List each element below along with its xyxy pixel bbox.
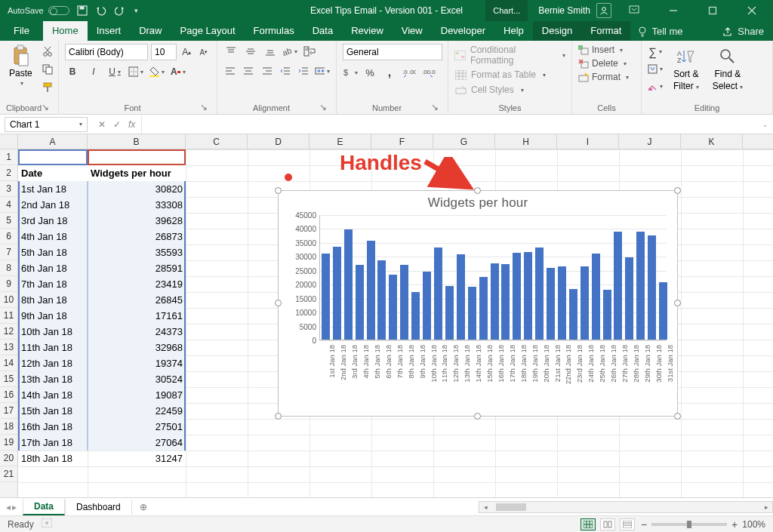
autosum-icon[interactable]: ∑▾ [648,44,663,59]
zoom-in-icon[interactable]: + [731,518,738,530]
select-all-cell[interactable] [0,134,18,149]
merge-center-icon[interactable]: ▾ [315,63,330,78]
chart-bar[interactable] [411,292,420,340]
chart-bar[interactable] [367,241,375,340]
increase-indent-icon[interactable] [297,63,310,78]
worksheet-grid[interactable]: ABCDEFGHIJK 1234567891011121314151617181… [0,134,773,497]
chart-bar[interactable] [524,252,532,340]
tab-help[interactable]: Help [494,21,533,41]
cell[interactable]: 26845 [88,292,186,308]
cell[interactable]: 19374 [88,355,186,371]
cell[interactable]: 17161 [88,308,186,324]
font-name-select[interactable] [65,44,148,60]
chart-bar[interactable] [400,265,408,340]
cell[interactable]: 27064 [88,435,186,451]
cell[interactable]: 1st Jan 18 [18,181,88,197]
minimize-icon[interactable] [657,0,690,21]
row-header[interactable]: 10 [0,292,17,308]
row-header[interactable]: 9 [0,276,17,292]
column-header[interactable]: J [619,134,681,149]
cell[interactable]: 35593 [88,244,186,260]
autosave-toggle[interactable]: AutoSave [8,6,69,15]
cell[interactable]: 27501 [88,419,186,435]
wrap-text-icon[interactable]: ab [302,44,317,59]
align-center-icon[interactable] [242,63,255,78]
tab-file[interactable]: File [0,21,43,41]
underline-icon[interactable]: U▾ [107,64,122,79]
cell[interactable]: 15th Jan 18 [18,403,88,419]
sort-filter-button[interactable]: AZ Sort &Filter▾ [670,45,702,93]
cell[interactable]: 39628 [88,213,186,229]
tab-home[interactable]: Home [43,21,88,41]
expand-formula-bar-icon[interactable]: ⌄ [758,121,773,128]
row-header[interactable]: 6 [0,229,17,244]
tab-view[interactable]: View [393,21,432,41]
column-header[interactable]: K [681,134,743,149]
conditional-formatting-button[interactable]: Conditional Formatting▾ [454,44,565,66]
align-right-icon[interactable] [260,63,273,78]
find-select-button[interactable]: Find &Select▾ [710,45,746,93]
cell[interactable]: 31247 [88,451,186,466]
delete-cells-button[interactable]: Delete▾ [578,57,635,69]
row-header[interactable]: 19 [0,435,17,451]
chart-bar[interactable] [648,235,656,340]
share-button[interactable]: Share [714,26,773,41]
column-header[interactable]: A [18,134,88,149]
row-header[interactable]: 3 [0,181,17,197]
cell[interactable]: 33308 [88,197,186,213]
maximize-icon[interactable] [696,0,729,21]
tab-data[interactable]: Data [303,21,342,41]
ribbon-display-icon[interactable] [617,0,651,21]
row-header[interactable]: 7 [0,244,17,260]
comma-style-icon[interactable]: , [382,65,397,80]
chart-bar[interactable] [569,289,577,340]
accounting-format-icon[interactable]: $▾ [343,65,358,80]
cell[interactable]: Date [18,165,88,181]
insert-cells-button[interactable]: Insert▾ [578,44,635,56]
chart-bar[interactable] [501,264,510,340]
cell[interactable]: 23419 [88,276,186,292]
chart-bar[interactable] [491,263,499,340]
column-header[interactable]: F [371,134,433,149]
tab-formulas[interactable]: Formulas [245,21,303,41]
tell-me-search[interactable]: Tell me [630,26,690,41]
cell[interactable]: 3rd Jan 18 [18,213,88,229]
row-header[interactable]: 14 [0,355,17,371]
zoom-out-icon[interactable]: − [641,518,647,530]
cut-icon[interactable] [40,44,55,59]
cell[interactable]: 7th Jan 18 [18,276,88,292]
increase-decimal-icon[interactable]: .0.00 [402,65,417,80]
chart-bar[interactable] [513,253,521,340]
cell[interactable]: 32968 [88,340,186,355]
name-box[interactable]: Chart 1▾ [5,117,88,132]
cell[interactable]: 28591 [88,260,186,276]
orientation-icon[interactable]: ab▾ [282,44,297,59]
sheet-nav-next-icon[interactable]: ▸ [12,502,17,512]
fx-icon[interactable]: fx [128,119,135,130]
user-name[interactable]: Bernie Smith [538,5,590,16]
tab-format[interactable]: Format [581,21,630,41]
font-launcher-icon[interactable]: ↘ [200,102,211,112]
tab-review[interactable]: Review [342,21,393,41]
horizontal-scrollbar[interactable]: ◂▸ [479,501,773,513]
column-header[interactable]: G [433,134,495,149]
undo-icon[interactable] [95,5,107,16]
number-format-select[interactable] [343,44,442,60]
chart-bar[interactable] [468,287,476,340]
cell[interactable]: 13th Jan 18 [18,371,88,387]
column-header[interactable]: D [248,134,310,149]
tab-draw[interactable]: Draw [130,21,171,41]
row-header[interactable]: 8 [0,260,17,276]
chart-bar[interactable] [445,286,454,340]
format-as-table-button[interactable]: Format as Table▾ [454,68,565,81]
bold-icon[interactable]: B [65,64,80,79]
sheet-nav-prev-icon[interactable]: ◂ [6,502,11,512]
row-header[interactable]: 16 [0,387,17,403]
cell[interactable]: 14th Jan 18 [18,387,88,403]
column-header[interactable]: I [557,134,619,149]
cell[interactable]: 30524 [88,371,186,387]
user-avatar-icon[interactable] [596,3,611,18]
row-header[interactable]: 17 [0,403,17,419]
embedded-chart[interactable]: Widgets per hour 05000100001500020000250… [278,190,678,417]
chart-bar[interactable] [659,282,667,340]
